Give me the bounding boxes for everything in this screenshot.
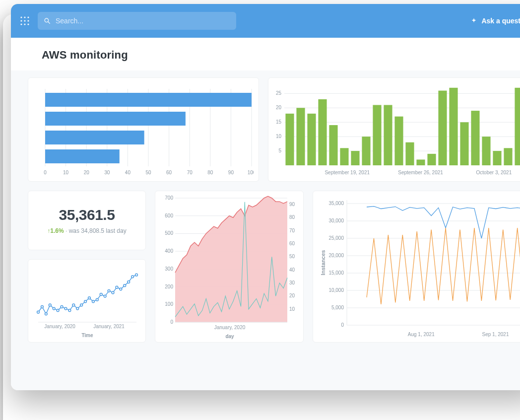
svg-rect-36 (45, 149, 120, 163)
svg-point-93 (112, 291, 114, 294)
svg-point-2 (27, 16, 29, 18)
dashboard-grid: 0102030405060708090100 510152025Septembe… (11, 70, 520, 390)
svg-point-85 (80, 304, 83, 306)
svg-text:20,000: 20,000 (328, 253, 344, 258)
card-kpi[interactable]: 35,361.5 1.6% · was 34,808.5 last day (28, 191, 146, 250)
svg-text:70: 70 (187, 170, 193, 175)
svg-point-99 (135, 274, 138, 276)
svg-point-83 (72, 304, 75, 306)
svg-text:600: 600 (165, 213, 173, 218)
svg-text:10: 10 (63, 170, 69, 175)
svg-text:40: 40 (125, 170, 131, 175)
svg-point-88 (92, 300, 94, 303)
svg-text:60: 60 (289, 241, 295, 246)
svg-text:Instances: Instances (320, 250, 326, 276)
svg-text:September 26, 2021: September 26, 2021 (398, 170, 443, 175)
svg-point-77 (49, 304, 51, 306)
svg-rect-61 (438, 91, 447, 165)
svg-text:January, 2021: January, 2021 (93, 324, 125, 329)
card-sparkline[interactable]: January, 2020January, 2021Time (28, 259, 146, 343)
svg-text:25,000: 25,000 (328, 235, 344, 241)
svg-text:50: 50 (289, 254, 295, 259)
svg-text:700: 700 (165, 195, 173, 201)
svg-point-84 (76, 307, 79, 310)
card-area-dual-axis[interactable]: 0100200300400500600700102030405060708090… (155, 191, 304, 343)
svg-text:100: 100 (165, 301, 173, 307)
kpi-subtext: 1.6% · was 34,808.5 last day (47, 227, 126, 234)
svg-rect-55 (373, 105, 381, 166)
svg-rect-57 (394, 117, 403, 165)
svg-rect-34 (45, 112, 186, 126)
svg-rect-64 (471, 111, 479, 165)
svg-text:80: 80 (207, 170, 213, 175)
svg-text:5,000: 5,000 (331, 305, 344, 310)
search-input[interactable] (55, 16, 230, 25)
svg-point-97 (128, 281, 130, 283)
svg-point-81 (65, 307, 67, 310)
svg-text:January, 2020: January, 2020 (44, 324, 75, 329)
svg-text:10,000: 10,000 (328, 287, 344, 293)
svg-rect-63 (460, 122, 468, 165)
svg-rect-67 (504, 148, 512, 165)
global-search[interactable] (38, 12, 236, 30)
svg-text:25: 25 (276, 90, 282, 96)
svg-rect-50 (318, 99, 326, 165)
svg-point-3 (20, 20, 22, 21)
svg-text:20: 20 (84, 170, 90, 175)
kpi-delta: 1.6% (47, 227, 64, 234)
svg-text:20: 20 (289, 293, 295, 298)
svg-text:90: 90 (289, 202, 295, 207)
svg-point-7 (24, 23, 25, 25)
svg-rect-66 (493, 151, 501, 165)
card-horizontal-bar[interactable]: 0102030405060708090100 (28, 77, 259, 182)
svg-point-89 (96, 298, 98, 301)
svg-text:September 19, 2021: September 19, 2021 (325, 170, 370, 175)
svg-text:0: 0 (341, 322, 344, 328)
svg-text:5: 5 (278, 148, 281, 153)
ask-a-question-label: Ask a question (481, 17, 520, 25)
search-icon (44, 17, 51, 24)
svg-text:day: day (225, 334, 234, 339)
svg-point-80 (61, 306, 63, 308)
svg-text:70: 70 (289, 228, 295, 233)
svg-point-92 (108, 289, 110, 292)
kpi-value: 35,361.5 (59, 207, 115, 223)
svg-rect-49 (307, 114, 316, 165)
svg-point-78 (53, 307, 55, 310)
svg-point-75 (41, 306, 44, 308)
svg-rect-68 (515, 88, 520, 165)
svg-rect-47 (285, 114, 294, 165)
svg-point-98 (131, 276, 134, 278)
svg-point-94 (116, 286, 118, 288)
page-title: AWS monitoring (42, 49, 520, 62)
svg-point-6 (20, 23, 22, 25)
svg-point-1 (24, 16, 25, 18)
kpi-was: was 34,808.5 last day (69, 227, 127, 234)
ask-a-question-button[interactable]: Ask a question (470, 17, 520, 25)
svg-text:Sep 1, 2021: Sep 1, 2021 (482, 332, 509, 337)
svg-text:30: 30 (104, 170, 110, 175)
svg-point-8 (27, 23, 29, 25)
svg-rect-54 (362, 137, 370, 165)
svg-text:Time: Time (81, 333, 93, 338)
svg-point-87 (88, 297, 91, 299)
svg-line-10 (48, 22, 50, 23)
svg-text:10: 10 (276, 134, 282, 139)
svg-text:60: 60 (166, 170, 172, 175)
svg-text:35,000: 35,000 (328, 201, 344, 206)
svg-text:200: 200 (165, 284, 173, 289)
svg-point-96 (124, 284, 126, 287)
svg-text:0: 0 (44, 170, 47, 175)
card-green-bars[interactable]: 510152025September 19, 2021September 26,… (268, 77, 520, 182)
svg-text:0: 0 (170, 319, 173, 325)
svg-rect-51 (329, 125, 337, 165)
card-instances-line[interactable]: 05,00010,00015,00020,00025,00030,00035,0… (313, 191, 520, 343)
svg-text:15: 15 (276, 119, 282, 125)
svg-text:100: 100 (248, 170, 254, 175)
metabase-logo-icon (20, 16, 30, 26)
svg-rect-56 (384, 105, 392, 166)
svg-rect-58 (405, 142, 414, 165)
svg-point-4 (24, 20, 25, 21)
svg-text:October 3, 2021: October 3, 2021 (476, 170, 512, 175)
svg-point-90 (100, 293, 102, 296)
